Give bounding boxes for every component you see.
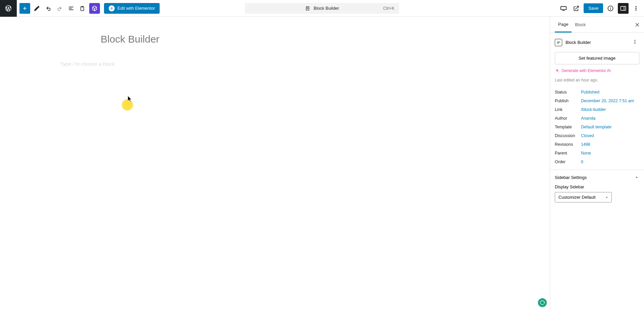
desktop-icon xyxy=(560,5,567,12)
settings-sidebar: Page Block Block Builder Set featured im… xyxy=(550,17,644,309)
document-icon xyxy=(555,39,562,46)
meta-label: Author xyxy=(555,116,581,121)
main-area: Block Builder Type / to choose a block P… xyxy=(0,17,644,309)
undo-icon xyxy=(45,5,52,12)
meta-label: Link xyxy=(555,107,581,112)
options-button[interactable] xyxy=(631,3,641,14)
wordpress-logo[interactable] xyxy=(0,0,17,17)
meta-value[interactable]: None xyxy=(581,151,591,156)
top-toolbar: Edit with Elementor Block Builder Ctrl+K… xyxy=(0,0,644,17)
document-name: Block Builder xyxy=(566,40,591,45)
meta-label: Template xyxy=(555,125,581,129)
toolbar-right: Save xyxy=(558,3,641,14)
tab-page[interactable]: Page xyxy=(555,17,572,33)
grammarly-icon xyxy=(540,300,545,305)
meta-value[interactable]: Default template xyxy=(581,125,611,129)
document-title-group: Block Builder xyxy=(555,39,591,46)
close-icon xyxy=(634,22,640,28)
chevron-up-icon xyxy=(634,175,639,180)
meta-parent: ParentNone xyxy=(555,149,639,158)
meta-value[interactable]: 0 xyxy=(581,160,583,164)
edit-elementor-label: Edit with Elementor xyxy=(117,6,155,11)
cursor-highlight xyxy=(122,99,133,111)
meta-label: Publish xyxy=(555,99,581,103)
block-placeholder[interactable]: Type / to choose a block xyxy=(60,61,536,67)
display-sidebar-select[interactable]: Customizer Default xyxy=(555,192,612,202)
meta-label: Status xyxy=(555,90,581,95)
page-title[interactable]: Block Builder xyxy=(101,34,536,45)
document-header-row: Block Builder xyxy=(555,38,639,47)
document-title: Block Builder xyxy=(314,6,339,11)
info-button[interactable] xyxy=(605,3,616,14)
external-link-icon xyxy=(573,5,580,12)
save-button[interactable]: Save xyxy=(584,3,603,13)
document-options-button[interactable] xyxy=(631,38,639,47)
list-view-icon xyxy=(68,5,74,12)
meta-value[interactable]: Ananda xyxy=(581,116,595,121)
meta-status: StatusPublished xyxy=(555,88,639,97)
undo-button[interactable] xyxy=(44,4,53,13)
view-button[interactable] xyxy=(558,3,569,14)
document-overview-button[interactable] xyxy=(66,4,76,13)
generate-ai-link[interactable]: Generate with Elementor AI xyxy=(555,68,639,73)
panel-title: Sidebar Settings xyxy=(555,175,587,180)
meta-value[interactable]: /block-builder xyxy=(581,107,606,112)
meta-order: Order0 xyxy=(555,158,639,166)
more-vertical-icon xyxy=(633,5,639,12)
ai-link-label: Generate with Elementor AI xyxy=(561,68,611,73)
meta-label: Order xyxy=(555,160,581,164)
editor-canvas[interactable]: Block Builder Type / to choose a block xyxy=(0,17,550,309)
meta-value[interactable]: Published xyxy=(581,90,599,95)
tab-block[interactable]: Block xyxy=(572,17,589,32)
document-summary: Block Builder Set featured image Generat… xyxy=(550,33,644,170)
sidebar-settings-header[interactable]: Sidebar Settings xyxy=(555,175,639,180)
sparkle-icon xyxy=(555,68,559,73)
plus-icon xyxy=(21,5,28,12)
clipboard-icon xyxy=(79,5,86,11)
wordpress-icon xyxy=(5,5,12,12)
meta-publish: PublishDecember 20, 2022 7:51 am xyxy=(555,97,639,105)
meta-value[interactable]: Closed xyxy=(581,133,594,138)
meta-value[interactable]: 1498 xyxy=(581,142,590,147)
sidebar-tabs: Page Block xyxy=(550,17,644,33)
edit-with-elementor-button[interactable]: Edit with Elementor xyxy=(104,3,160,14)
meta-value[interactable]: December 20, 2022 7:51 am xyxy=(581,99,634,103)
set-featured-image-button[interactable]: Set featured image xyxy=(555,52,639,64)
templately-button[interactable] xyxy=(89,3,100,14)
close-sidebar-button[interactable] xyxy=(633,21,641,29)
tools-button[interactable] xyxy=(32,4,42,13)
redo-icon xyxy=(56,5,63,12)
meta-label: Revisions xyxy=(555,142,581,147)
display-sidebar-select-wrap: Customizer Default xyxy=(555,192,612,202)
meta-link: Link/block-builder xyxy=(555,105,639,114)
meta-template: TemplateDefault template xyxy=(555,123,639,131)
meta-label: Discussion xyxy=(555,133,581,138)
meta-author: AuthorAnanda xyxy=(555,114,639,123)
document-title-bar[interactable]: Block Builder Ctrl+K xyxy=(245,3,399,14)
external-link-button[interactable] xyxy=(571,3,582,14)
sidebar-settings-panel: Sidebar Settings Display Sidebar Customi… xyxy=(550,170,644,207)
display-sidebar-label: Display Sidebar xyxy=(555,185,639,189)
page-icon xyxy=(305,6,310,11)
elementor-icon xyxy=(109,5,115,11)
meta-discussion: DiscussionClosed xyxy=(555,131,639,140)
last-edited-text: Last edited an hour ago. xyxy=(555,78,639,82)
grammarly-badge[interactable] xyxy=(538,298,547,307)
more-vertical-icon xyxy=(632,39,638,45)
info-icon xyxy=(607,5,614,12)
sidebar-icon xyxy=(620,5,627,12)
settings-sidebar-toggle[interactable] xyxy=(618,3,629,14)
templately-icon xyxy=(91,5,98,12)
clipboard-button[interactable] xyxy=(78,4,87,13)
toolbar-left: Edit with Elementor xyxy=(19,3,160,14)
pencil-icon xyxy=(34,5,40,12)
shortcut-hint: Ctrl+K xyxy=(383,6,394,11)
meta-revisions: Revisions1498 xyxy=(555,140,639,149)
add-block-button[interactable] xyxy=(19,3,30,14)
meta-label: Parent xyxy=(555,151,581,156)
redo-button[interactable] xyxy=(55,4,64,13)
